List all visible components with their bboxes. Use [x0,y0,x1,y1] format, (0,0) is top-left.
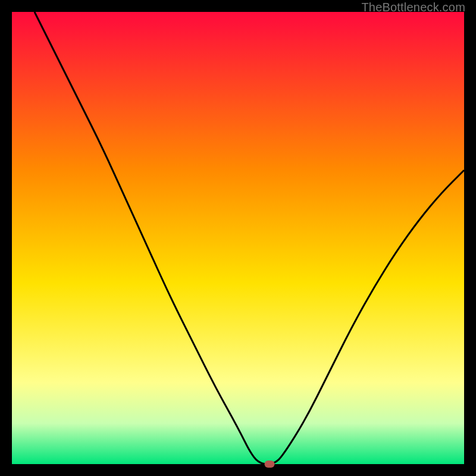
optimal-marker [265,461,275,468]
chart-frame: TheBottleneck.com [0,0,476,476]
plot-svg [12,12,464,464]
watermark-text: TheBottleneck.com [361,1,465,14]
plot-area [12,12,464,464]
plot-background [12,12,464,464]
